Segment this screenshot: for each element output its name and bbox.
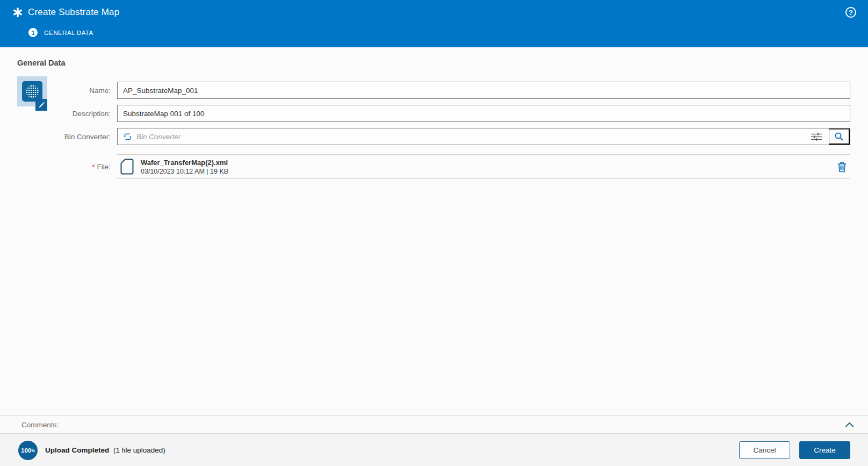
sync-icon[interactable] [123, 132, 132, 141]
bin-converter-picker [117, 128, 850, 145]
document-icon [120, 159, 134, 175]
step-indicator[interactable]: 1 GENERAL DATA [28, 28, 868, 37]
progress-unit: % [31, 448, 35, 453]
required-marker: * [92, 163, 95, 171]
step-number: 1 [28, 28, 38, 37]
chevron-up-icon [845, 422, 854, 428]
name-input[interactable] [117, 82, 850, 99]
uploaded-file-item: Wafer_TransferMap(2).xml 03/10/2023 10:1… [117, 154, 850, 179]
description-label: Description: [0, 110, 114, 118]
description-input[interactable] [117, 105, 850, 122]
upload-status-detail: (1 file uploaded) [113, 446, 165, 454]
general-data-panel: General Data [0, 47, 868, 415]
cancel-button[interactable]: Cancel [739, 441, 790, 459]
name-label: Name: [0, 87, 114, 95]
create-button[interactable]: Create [799, 441, 850, 459]
filter-tune-icon[interactable] [804, 133, 829, 141]
section-title: General Data [17, 59, 65, 67]
general-data-form: Name: Description: Bin Converter: [0, 82, 850, 179]
search-button[interactable] [829, 128, 850, 145]
file-row: *File: Wafer_TransferMap(2).xml 03/10/20… [0, 154, 850, 179]
wizard-header: Create Substrate Map ? 1 GENERAL DATA [0, 0, 868, 47]
file-label: *File: [0, 163, 114, 171]
help-icon[interactable]: ? [845, 7, 856, 18]
description-row: Description: [0, 105, 850, 122]
file-name: Wafer_TransferMap(2).xml [141, 158, 228, 167]
page-title: Create Substrate Map [28, 7, 119, 18]
progress-badge: 100 % [18, 441, 38, 460]
step-label: GENERAL DATA [44, 30, 93, 36]
comments-collapse-button[interactable] [844, 421, 855, 429]
footer-bar: 100 % Upload Completed (1 file uploaded)… [0, 434, 868, 466]
title-row: Create Substrate Map ? [0, 0, 868, 18]
search-icon [834, 132, 844, 141]
comments-label: Comments: [21, 421, 59, 429]
upload-status: Upload Completed (1 file uploaded) [45, 446, 165, 454]
file-meta: 03/10/2023 10:12 AM | 19 KB [141, 167, 228, 176]
progress-value: 100 [21, 447, 31, 454]
bin-converter-input[interactable] [136, 128, 804, 145]
delete-file-button[interactable] [836, 160, 848, 174]
bin-converter-label: Bin Converter: [0, 133, 114, 141]
comments-bar: Comments: [0, 415, 868, 434]
trash-icon [837, 161, 847, 173]
create-substrate-map-window: Create Substrate Map ? 1 GENERAL DATA Ge… [0, 0, 868, 466]
upload-status-title: Upload Completed [45, 446, 109, 454]
asterisk-icon [13, 8, 23, 17]
bin-converter-row: Bin Converter: [0, 128, 850, 145]
file-info: Wafer_TransferMap(2).xml 03/10/2023 10:1… [141, 158, 228, 176]
name-row: Name: [0, 82, 850, 99]
